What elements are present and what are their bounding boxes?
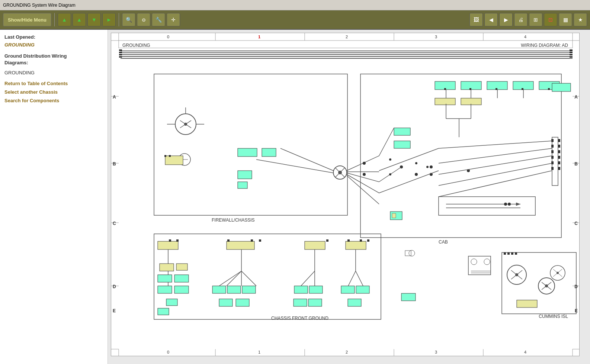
svg-rect-162 [504,252,506,255]
svg-line-65 [280,148,333,171]
svg-line-60 [347,156,379,171]
ruler-col-1: 1 [258,35,260,39]
svg-rect-91 [558,139,560,142]
svg-point-67 [363,162,366,165]
svg-rect-102 [390,212,402,220]
svg-rect-94 [558,156,560,159]
svg-line-66 [256,160,333,173]
row-label-c-left: C [113,221,116,226]
svg-rect-89 [551,161,554,164]
svg-line-168 [553,269,562,277]
svg-line-167 [553,269,562,277]
svg-point-154 [515,273,518,276]
svg-rect-78 [539,81,559,90]
nav-right-button[interactable]: ► [102,13,116,26]
screen-button[interactable]: ⊡ [544,13,557,26]
row-label-a-right: A [574,94,578,100]
row-label-c-right: C [574,221,578,226]
svg-line-199 [439,148,552,163]
svg-rect-126 [227,286,241,293]
svg-rect-30 [119,49,122,51]
ruler-col-3: 3 [435,35,437,39]
search-components-link[interactable]: Search for Components [4,98,103,103]
svg-rect-203 [164,155,166,157]
svg-line-159 [542,282,551,290]
title-bar: GROUNDING System Wire Diagram [0,0,590,10]
svg-rect-138 [294,299,307,306]
svg-line-44 [180,120,191,128]
svg-rect-74 [435,81,455,90]
layers-button[interactable]: ⊞ [529,13,542,26]
ruler-col-bot-2: 2 [346,350,348,354]
svg-line-197 [379,148,439,171]
svg-rect-185 [469,88,471,90]
last-opened-label: Last Opened: [4,34,103,40]
ruler-col-0: 0 [167,35,169,39]
svg-point-194 [389,173,391,175]
diagram-title-grounding: GROUNDING [122,43,150,48]
svg-rect-97 [439,197,535,215]
ruler-col-2: 2 [346,35,348,39]
ruler-col-bot-1: 1 [258,350,260,354]
return-toc-link[interactable]: Return to Table of Contents [4,81,103,86]
wire-diagram-svg [111,33,579,356]
nav-down-button[interactable]: ▼ [87,13,101,26]
svg-rect-39 [360,74,561,238]
nav-up2-button[interactable]: ▲ [73,13,86,26]
svg-rect-141 [367,239,369,242]
prev-button[interactable]: ◀ [484,13,498,26]
print-button[interactable]: 🖨 [514,13,528,26]
svg-rect-142 [360,239,362,242]
zoom-out-button[interactable]: ⊖ [137,13,150,26]
nav-up-button[interactable]: ▲ [58,13,71,26]
svg-point-195 [415,162,417,164]
row-label-b-right: B [574,161,578,167]
svg-rect-127 [242,286,256,293]
svg-point-56 [333,166,347,179]
svg-rect-113 [158,308,169,315]
next-button[interactable]: ▶ [499,13,513,26]
svg-rect-129 [236,299,249,306]
svg-rect-87 [551,150,554,153]
svg-point-43 [184,123,187,126]
table-button[interactable]: ▦ [559,13,572,26]
svg-point-100 [504,203,507,206]
ruler-col-4: 4 [524,35,526,39]
image-button[interactable]: 🖼 [469,13,483,26]
grounding-link[interactable]: GROUNDING [4,42,103,48]
svg-rect-130 [305,241,325,249]
svg-rect-115 [176,264,187,270]
svg-rect-76 [487,81,507,90]
svg-rect-161 [517,300,537,307]
svg-line-155 [511,270,522,279]
svg-point-49 [179,154,190,165]
svg-line-63 [347,174,379,193]
svg-point-153 [507,265,526,284]
wrench-button[interactable]: 🔧 [152,13,165,26]
section-title: Ground Distribution WiringDiagrams: [4,53,103,66]
show-hide-menu-button[interactable]: Show/Hide Menu [3,13,51,26]
svg-rect-125 [212,286,226,293]
diagram-area[interactable]: 0 1 2 3 4 0 1 2 3 4 A B C D E A B C D E … [108,30,590,364]
svg-rect-119 [227,239,230,242]
main-layout: Last Opened: GROUNDING Ground Distributi… [0,30,590,364]
svg-rect-114 [160,264,174,271]
zoom-in-button[interactable]: 🔍 [122,13,135,26]
svg-rect-108 [158,275,172,282]
star-button[interactable]: ★ [574,13,587,26]
svg-point-68 [363,173,366,176]
svg-rect-84 [552,137,558,186]
svg-rect-147 [341,286,355,293]
move-button[interactable]: ✛ [167,13,180,26]
row-label-a-left: A [113,94,116,100]
select-chassis-link[interactable]: Select another Chassis [4,89,103,95]
svg-line-124 [241,271,256,286]
svg-point-57 [338,171,342,174]
svg-rect-140 [346,241,366,249]
svg-rect-93 [558,150,560,153]
svg-line-121 [219,271,241,286]
svg-point-71 [430,165,433,168]
svg-rect-204 [169,155,171,157]
title-bar-text: GROUNDING System Wire Diagram [3,3,76,8]
svg-rect-34 [570,49,573,51]
